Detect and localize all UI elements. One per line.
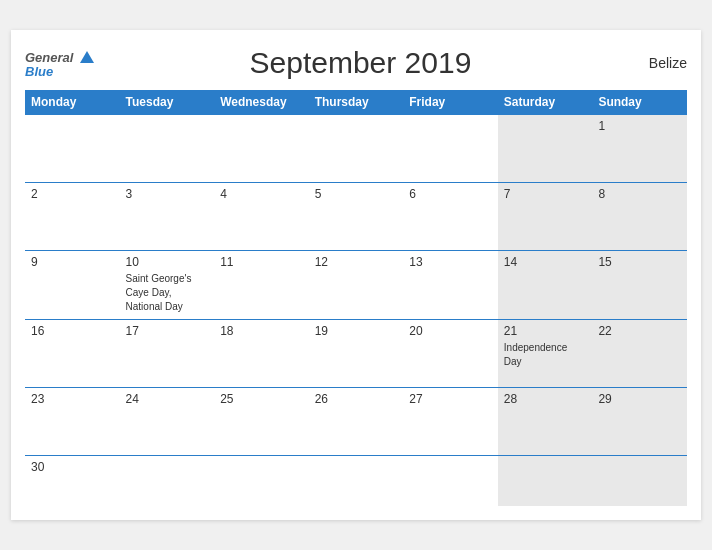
- day-number: 28: [504, 392, 587, 406]
- calendar-cell: 2: [25, 183, 120, 251]
- calendar-cell: 19: [309, 320, 404, 388]
- calendar-cell: 20: [403, 320, 498, 388]
- day-number: 21: [504, 324, 587, 338]
- day-number: 10: [126, 255, 209, 269]
- calendar-cell: [309, 456, 404, 506]
- calendar-cell: 29: [592, 388, 687, 456]
- calendar-cell: 7: [498, 183, 593, 251]
- calendar-week-row: 1: [25, 115, 687, 183]
- calendar-cell: 23: [25, 388, 120, 456]
- calendar-cell: 10Saint George's Caye Day, National Day: [120, 251, 215, 320]
- calendar-week-row: 2345678: [25, 183, 687, 251]
- day-number: 26: [315, 392, 398, 406]
- calendar-cell: [120, 115, 215, 183]
- day-number: 20: [409, 324, 492, 338]
- day-number: 7: [504, 187, 587, 201]
- calendar-cell: 25: [214, 388, 309, 456]
- calendar-cell: 9: [25, 251, 120, 320]
- calendar-cell: [403, 115, 498, 183]
- calendar-week-row: 910Saint George's Caye Day, National Day…: [25, 251, 687, 320]
- calendar-week-row: 23242526272829: [25, 388, 687, 456]
- calendar-cell: 11: [214, 251, 309, 320]
- day-number: 13: [409, 255, 492, 269]
- calendar-header: General Blue September 2019 Belize: [25, 46, 687, 80]
- calendar-cell: 4: [214, 183, 309, 251]
- day-number: 29: [598, 392, 681, 406]
- logo-general: General: [25, 49, 94, 65]
- calendar-cell: 30: [25, 456, 120, 506]
- day-number: 6: [409, 187, 492, 201]
- calendar-cell: [25, 115, 120, 183]
- calendar-cell: 14: [498, 251, 593, 320]
- calendar-cell: 18: [214, 320, 309, 388]
- day-number: 22: [598, 324, 681, 338]
- calendar-cell: [498, 115, 593, 183]
- calendar-cell: 27: [403, 388, 498, 456]
- weekday-header-friday: Friday: [403, 90, 498, 115]
- day-number: 14: [504, 255, 587, 269]
- calendar-cell: [214, 115, 309, 183]
- country-name: Belize: [627, 55, 687, 71]
- day-number: 8: [598, 187, 681, 201]
- event-text: Independence Day: [504, 342, 567, 367]
- event-text: Saint George's Caye Day, National Day: [126, 273, 192, 312]
- calendar-cell: 6: [403, 183, 498, 251]
- calendar-cell: 5: [309, 183, 404, 251]
- weekday-header-row: MondayTuesdayWednesdayThursdayFridaySatu…: [25, 90, 687, 115]
- day-number: 9: [31, 255, 114, 269]
- day-number: 18: [220, 324, 303, 338]
- calendar-cell: 21Independence Day: [498, 320, 593, 388]
- day-number: 27: [409, 392, 492, 406]
- day-number: 1: [598, 119, 681, 133]
- calendar-title: September 2019: [94, 46, 627, 80]
- calendar-cell: 28: [498, 388, 593, 456]
- calendar-cell: 1: [592, 115, 687, 183]
- day-number: 2: [31, 187, 114, 201]
- logo: General Blue: [25, 49, 94, 78]
- calendar-table: MondayTuesdayWednesdayThursdayFridaySatu…: [25, 90, 687, 506]
- weekday-header-wednesday: Wednesday: [214, 90, 309, 115]
- day-number: 19: [315, 324, 398, 338]
- calendar-cell: 17: [120, 320, 215, 388]
- day-number: 16: [31, 324, 114, 338]
- day-number: 12: [315, 255, 398, 269]
- calendar-cell: [403, 456, 498, 506]
- weekday-header-monday: Monday: [25, 90, 120, 115]
- calendar-cell: [498, 456, 593, 506]
- day-number: 23: [31, 392, 114, 406]
- calendar-cell: [120, 456, 215, 506]
- day-number: 5: [315, 187, 398, 201]
- day-number: 24: [126, 392, 209, 406]
- day-number: 3: [126, 187, 209, 201]
- day-number: 17: [126, 324, 209, 338]
- calendar-cell: 22: [592, 320, 687, 388]
- calendar-cell: [309, 115, 404, 183]
- calendar-cell: 8: [592, 183, 687, 251]
- weekday-header-thursday: Thursday: [309, 90, 404, 115]
- calendar-cell: 3: [120, 183, 215, 251]
- calendar-cell: 12: [309, 251, 404, 320]
- day-number: 11: [220, 255, 303, 269]
- weekday-header-saturday: Saturday: [498, 90, 593, 115]
- calendar-cell: 16: [25, 320, 120, 388]
- day-number: 25: [220, 392, 303, 406]
- day-number: 15: [598, 255, 681, 269]
- day-number: 4: [220, 187, 303, 201]
- weekday-header-sunday: Sunday: [592, 90, 687, 115]
- calendar-cell: 13: [403, 251, 498, 320]
- calendar-container: General Blue September 2019 Belize Monda…: [11, 30, 701, 520]
- calendar-cell: 24: [120, 388, 215, 456]
- calendar-cell: 15: [592, 251, 687, 320]
- logo-blue: Blue: [25, 65, 94, 78]
- calendar-week-row: 161718192021Independence Day22: [25, 320, 687, 388]
- calendar-week-row: 30: [25, 456, 687, 506]
- day-number: 30: [31, 460, 114, 474]
- logo-triangle-icon: [80, 51, 94, 63]
- calendar-cell: [214, 456, 309, 506]
- calendar-cell: [592, 456, 687, 506]
- calendar-cell: 26: [309, 388, 404, 456]
- weekday-header-tuesday: Tuesday: [120, 90, 215, 115]
